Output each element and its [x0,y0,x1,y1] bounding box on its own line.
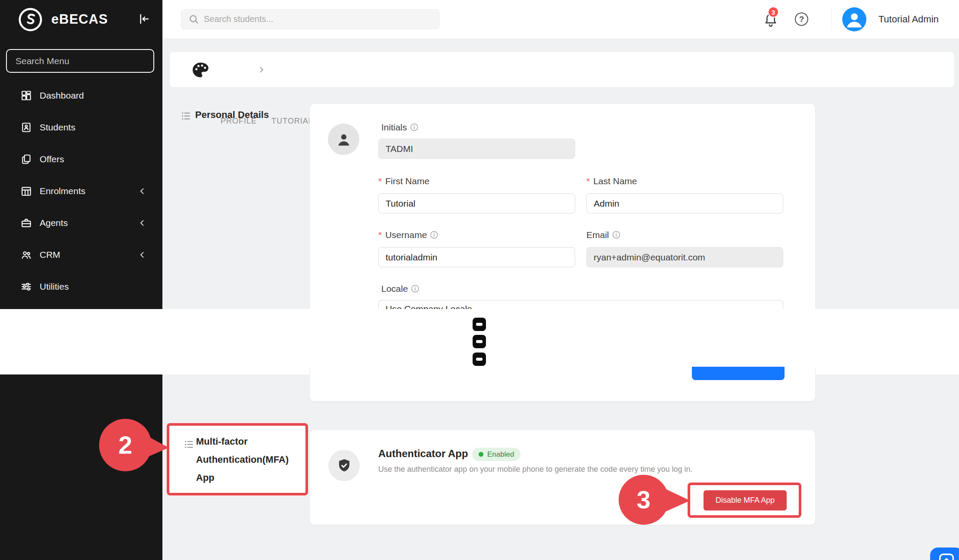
mfa-card-title: Authenticator App [378,448,468,460]
offers-icon [20,154,32,165]
mfa-status-badge: Enabled [472,448,520,461]
sidebar-item-enrolments[interactable]: Enrolments [0,175,162,207]
section-label-mfa: Multi-factor Authentication(MFA) App [196,433,289,487]
sidebar-item-utilities[interactable]: Utilities [0,271,162,303]
sidebar-item-students[interactable]: Students [0,111,162,143]
sidebar-item-dashboard[interactable]: Dashboard [0,80,162,111]
chevron-left-icon [137,186,147,196]
mfa-description: Use the authenticator app on your mobile… [378,465,692,474]
dashboard-icon [20,90,32,102]
sidebar-item-label: Utilities [40,282,69,292]
chevron-right-icon [258,66,265,75]
search-icon [188,14,199,25]
sidebar-item-agents[interactable]: Agents [0,207,162,239]
sidebar-item-label: Students [40,122,75,133]
initials-label: Initials [381,122,407,133]
mfa-status-text: Enabled [487,450,514,459]
svg-text:3: 3 [637,486,651,514]
username-label-row: * Username [378,229,438,240]
required-mark: * [586,176,590,186]
update-details-button-partial[interactable] [692,367,785,380]
last-name-label: Last Name [593,176,637,186]
first-name-label-row: * First Name [378,176,430,186]
user-menu[interactable]: Tutorial Admin [842,6,939,33]
help-icon[interactable]: ? [795,12,808,26]
truncation-ellipsis-dot [473,353,486,366]
chevron-left-icon [137,218,147,228]
sidebar-item-label: Dashboard [40,90,84,101]
locale-label-row: Locale [381,283,419,294]
topbar-divider [831,9,832,30]
students-icon [20,122,32,133]
locale-select[interactable]: Use Company Locale [378,300,783,309]
info-icon [612,231,620,239]
sidebar-item-label: Offers [40,154,64,164]
enrolments-icon [20,186,32,197]
sidebar-search [6,49,154,73]
initials-label-row: Initials [381,122,418,133]
required-mark: * [378,230,382,240]
profile-avatar-icon [328,124,359,155]
app-logo-icon [17,6,44,33]
shield-icon [328,450,360,481]
sidebar-header: eBECAS [0,0,162,39]
last-name-input[interactable] [586,193,783,213]
status-dot-icon [479,452,483,457]
utilities-icon [20,281,32,293]
last-name-label-row: * Last Name [586,176,637,186]
info-icon [411,285,419,293]
student-search [181,9,439,29]
annotation-step-3-box [688,483,801,518]
email-input [586,247,783,267]
student-search-input[interactable] [199,14,439,24]
list-icon [181,111,191,123]
locale-select-value: Use Company Locale [386,304,472,309]
notification-badge: 3 [768,6,779,18]
chat-widget-button[interactable] [930,548,959,560]
truncation-ellipsis-dot [473,335,486,348]
truncation-ellipsis-dot [473,318,486,331]
first-name-label: First Name [385,176,430,186]
annotation-step-3-balloon: 3 [615,473,693,529]
breadcrumb: PROFILE TUTORIAL ADMIN [170,52,954,87]
locale-label: Locale [381,284,408,294]
user-avatar-icon [842,7,866,31]
username-label: Username [385,230,427,240]
required-mark: * [378,176,382,186]
palette-icon [191,61,210,81]
info-icon [430,231,438,239]
svg-text:2: 2 [118,431,132,459]
initials-input [378,139,575,159]
topbar: 3 ? Tutorial Admin [162,0,959,39]
annotation-step-2-balloon: 2 [94,417,171,475]
crm-icon [20,249,32,261]
chevron-left-icon [137,250,147,260]
app-logo-text: eBECAS [51,12,108,27]
sidebar-collapse-icon[interactable] [137,12,150,25]
annotation-step-2-box: Multi-factor Authentication(MFA) App [167,423,308,495]
agents-icon [20,217,32,229]
info-icon [410,123,418,131]
sidebar-item-label: Enrolments [40,186,85,196]
sidebar: eBECAS Dashboard [0,0,162,309]
sidebar-search-input[interactable] [7,56,153,66]
username-input[interactable] [378,247,575,267]
email-label: Email [586,230,609,240]
sidebar-item-label: Agents [40,218,68,228]
app-window: eBECAS Dashboard [0,0,959,560]
first-name-input[interactable] [378,193,575,213]
sidebar-item-crm[interactable]: CRM [0,239,162,271]
email-label-row: Email [586,229,620,240]
section-label-personal-details: Personal Details [195,109,269,121]
list-icon [184,439,194,451]
user-name: Tutorial Admin [878,14,939,25]
sidebar-item-offers[interactable]: Offers [0,143,162,175]
sidebar-item-label: CRM [40,250,60,260]
